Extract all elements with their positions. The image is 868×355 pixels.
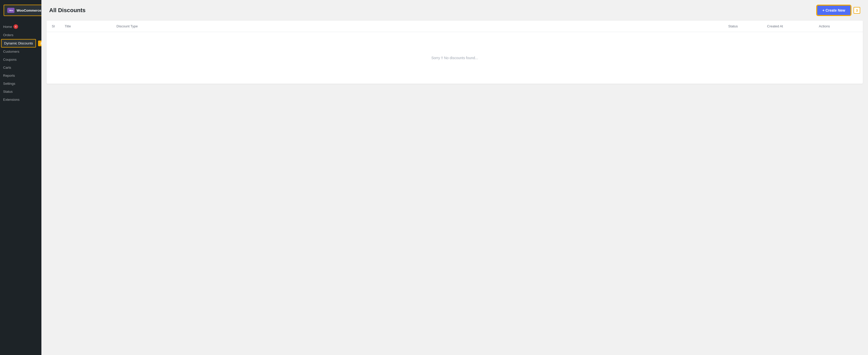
- woocommerce-brand[interactable]: Woo WooCommerce: [4, 5, 41, 16]
- col-created-at: Created At: [767, 24, 819, 28]
- empty-message: Sorry !! No discounts found...: [431, 56, 478, 60]
- sidebar-item-carts[interactable]: Carts: [0, 64, 41, 72]
- extensions-label: Extensions: [3, 98, 20, 102]
- carts-label: Carts: [3, 66, 11, 70]
- sidebar-item-home[interactable]: Home 4: [0, 22, 41, 31]
- brand-label: WooCommerce: [17, 8, 41, 12]
- sidebar: Woo WooCommerce 1 Home 4 Orders Dynamic …: [0, 0, 41, 355]
- orders-label: Orders: [3, 33, 13, 37]
- page-header: All Discounts + Create New 3: [41, 0, 868, 21]
- col-discount-type: Discount Type: [117, 24, 728, 28]
- sidebar-item-dynamic-discounts[interactable]: Dynamic Discounts: [1, 39, 36, 47]
- annotation-2: 2: [38, 41, 41, 46]
- table-header: Sl Title Discount Type Status Created At…: [46, 21, 863, 32]
- sidebar-item-extensions[interactable]: Extensions: [0, 96, 41, 104]
- col-actions: Actions: [819, 24, 858, 28]
- home-label: Home: [3, 25, 12, 29]
- create-new-button[interactable]: + Create New: [817, 5, 851, 15]
- woocommerce-icon: Woo: [7, 8, 14, 13]
- coupons-label: Coupons: [3, 58, 17, 62]
- discounts-table: Sl Title Discount Type Status Created At…: [46, 21, 863, 84]
- dynamic-discounts-label: Dynamic Discounts: [4, 41, 33, 45]
- home-badge: 4: [13, 24, 18, 29]
- sidebar-item-coupons[interactable]: Coupons: [0, 56, 41, 64]
- main-content: All Discounts + Create New 3 Sl Title Di…: [41, 0, 868, 355]
- col-title: Title: [65, 24, 117, 28]
- settings-label: Settings: [3, 82, 15, 85]
- status-label: Status: [3, 90, 13, 94]
- col-status: Status: [728, 24, 767, 28]
- sidebar-item-status[interactable]: Status: [0, 87, 41, 96]
- page-title: All Discounts: [49, 7, 86, 14]
- header-right: + Create New 3: [817, 5, 860, 15]
- sidebar-item-orders[interactable]: Orders: [0, 31, 41, 39]
- sidebar-item-settings[interactable]: Settings: [0, 79, 41, 87]
- empty-state: Sorry !! No discounts found...: [46, 32, 863, 84]
- col-sl: Sl: [52, 24, 65, 28]
- svg-text:Woo: Woo: [9, 9, 13, 12]
- sidebar-item-customers[interactable]: Customers: [0, 47, 41, 56]
- sidebar-nav: Woo WooCommerce 1 Home 4 Orders Dynamic …: [0, 0, 41, 355]
- sidebar-item-reports[interactable]: Reports: [0, 72, 41, 79]
- annotation-3: 3: [854, 7, 860, 14]
- customers-label: Customers: [3, 49, 20, 54]
- reports-label: Reports: [3, 74, 15, 77]
